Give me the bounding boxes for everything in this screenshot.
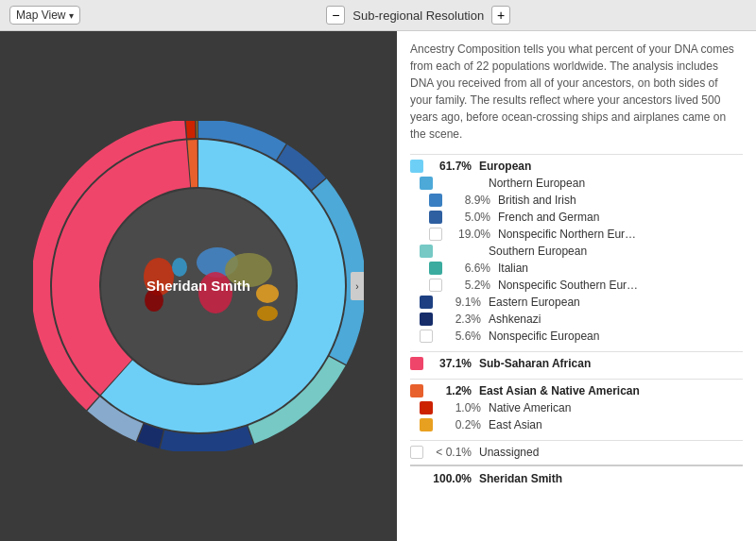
french-german-label: French and German — [498, 211, 599, 224]
italian-label: Italian — [498, 262, 528, 275]
southern-european-label: Southern European — [489, 245, 587, 258]
chart-wrapper: Sheridan Smith › — [33, 121, 364, 451]
svg-point-8 — [172, 258, 187, 277]
ashkenazi-color — [420, 313, 433, 326]
unassigned-color — [410, 446, 423, 459]
ashkenazi-pct: 2.3% — [438, 313, 481, 326]
eastasian-color — [410, 384, 423, 397]
eastern-european-label: Eastern European — [489, 296, 580, 309]
total-pct: 100.0% — [429, 472, 472, 485]
svg-point-6 — [256, 284, 279, 303]
british-irish-color — [429, 194, 442, 207]
svg-point-7 — [257, 306, 278, 321]
description-text: Ancestry Composition tells you what perc… — [410, 41, 743, 143]
resolution-control: − Sub-regional Resolution + — [90, 6, 747, 25]
eastern-european-row: 9.1% Eastern European — [410, 294, 743, 311]
right-panel: Ancestry Composition tells you what perc… — [397, 31, 756, 541]
nonspecific-european-row: 5.6% Nonspecific European — [410, 328, 743, 345]
british-irish-label: British and Irish — [498, 194, 576, 207]
subsaharan-label: Sub-Saharan African — [479, 357, 591, 370]
nonspecific-northern-pct: 19.0% — [448, 228, 490, 241]
southern-european-header: Southern European — [410, 243, 743, 260]
french-german-row: 5.0% French and German — [410, 209, 743, 226]
italian-pct: 6.6% — [448, 262, 490, 275]
eastern-european-pct: 9.1% — [438, 296, 481, 309]
native-american-pct: 1.0% — [438, 401, 481, 414]
nonspecific-southern-color — [429, 279, 442, 292]
italian-row: 6.6% Italian — [410, 260, 743, 277]
total-label: Sheridan Smith — [479, 472, 562, 485]
nonspecific-southern-row: 5.2% Nonspecific Southern Eur… — [410, 277, 743, 294]
italian-color — [429, 262, 442, 275]
category-unassigned: < 0.1% Unassigned — [410, 440, 743, 461]
increase-resolution-button[interactable]: + — [491, 6, 510, 25]
east-asian-sub-row: 0.2% East Asian — [410, 416, 743, 433]
nonspecific-southern-pct: 5.2% — [448, 279, 490, 292]
british-irish-row: 8.9% British and Irish — [410, 192, 743, 209]
european-color — [410, 160, 423, 173]
total-row: 100.0% Sheridan Smith — [410, 465, 743, 485]
european-label: European — [479, 160, 531, 173]
resolution-label: Sub-regional Resolution — [352, 8, 484, 23]
native-american-color — [420, 401, 433, 414]
british-irish-pct: 8.9% — [448, 194, 490, 207]
european-pct: 61.7% — [429, 160, 472, 173]
nonspecific-northern-row: 19.0% Nonspecific Northern Eur… — [410, 226, 743, 243]
french-german-pct: 5.0% — [448, 211, 490, 224]
decrease-resolution-button[interactable]: − — [326, 6, 345, 25]
ancestry-list: 61.7% European Northern European 8.9% Br… — [410, 154, 743, 485]
left-panel: Sheridan Smith › — [0, 31, 397, 541]
nonspecific-european-pct: 5.6% — [438, 330, 481, 343]
unassigned-label: Unassigned — [479, 446, 539, 459]
category-eastasian: 1.2% East Asian & Native American — [410, 379, 743, 399]
native-american-row: 1.0% Native American — [410, 399, 743, 416]
main-content: Sheridan Smith › Ancestry Composition te… — [0, 31, 756, 541]
svg-text:Sheridan Smith: Sheridan Smith — [146, 278, 250, 294]
eastern-european-color — [420, 296, 433, 309]
nonspecific-european-label: Nonspecific European — [489, 330, 599, 343]
ashkenazi-row: 2.3% Ashkenazi — [410, 311, 743, 328]
nonspecific-northern-label: Nonspecific Northern Eur… — [498, 228, 636, 241]
nonspecific-northern-color — [429, 228, 442, 241]
ashkenazi-label: Ashkenazi — [489, 313, 541, 326]
eastasian-label: East Asian & Native American — [479, 384, 640, 397]
southern-european-color — [420, 245, 433, 258]
total-spacer — [410, 472, 423, 485]
map-view-label: Map View — [16, 8, 65, 22]
northern-european-color — [420, 177, 433, 190]
east-asian-sub-label: East Asian — [489, 418, 542, 431]
unassigned-pct: < 0.1% — [429, 446, 472, 459]
subsaharan-color — [410, 357, 423, 370]
expand-arrow[interactable]: › — [351, 272, 364, 300]
category-subsaharan: 37.1% Sub-Saharan African — [410, 351, 743, 372]
eastasian-pct: 1.2% — [429, 384, 472, 397]
toolbar: Map View ▾ − Sub-regional Resolution + — [0, 0, 756, 31]
chevron-down-icon: ▾ — [69, 10, 74, 21]
northern-european-header: Northern European — [410, 175, 743, 192]
nonspecific-european-color — [420, 330, 433, 343]
native-american-label: Native American — [489, 401, 571, 414]
ancestry-chart: Sheridan Smith — [33, 121, 364, 451]
subsaharan-pct: 37.1% — [429, 357, 472, 370]
east-asian-sub-color — [420, 418, 433, 431]
east-asian-sub-pct: 0.2% — [438, 418, 481, 431]
french-german-color — [429, 211, 442, 224]
map-view-select[interactable]: Map View ▾ — [9, 6, 80, 25]
category-european: 61.7% European — [410, 154, 743, 175]
nonspecific-southern-label: Nonspecific Southern Eur… — [498, 279, 638, 292]
northern-european-label: Northern European — [489, 177, 585, 190]
